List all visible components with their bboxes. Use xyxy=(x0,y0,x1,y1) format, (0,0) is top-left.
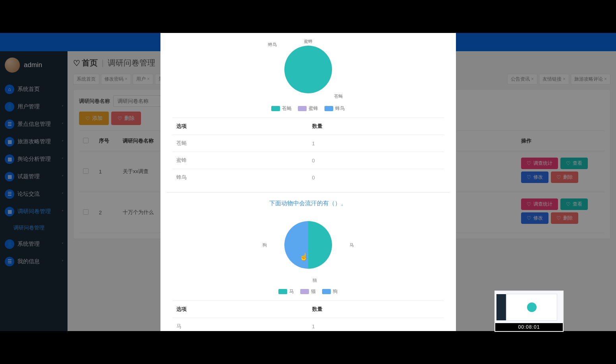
pie-chart-1: 蜜蜂 蜂鸟 苍蝇 xyxy=(263,38,354,93)
swatch-lavender xyxy=(300,289,309,294)
preview-timestamp: 00:08:01 xyxy=(495,323,563,331)
col-count: 数量 xyxy=(308,118,444,135)
chart-table-1: 选项 数量 苍蝇1 蜜蜂0 蜂鸟0 xyxy=(172,117,444,186)
legend-2: 马 猫 狗 xyxy=(172,288,444,295)
legend-item[interactable]: 蜜蜂 xyxy=(298,105,318,112)
pie-label-left: 狗 xyxy=(263,242,267,248)
video-preview: 00:08:01 xyxy=(494,291,564,332)
swatch-teal xyxy=(271,106,280,111)
legend-item[interactable]: 猫 xyxy=(300,288,316,295)
pie-label-left: 蜂鸟 xyxy=(268,42,277,48)
pie-label-right: 马 xyxy=(350,242,354,248)
swatch-blue xyxy=(324,106,333,111)
preview-thumbnail xyxy=(506,294,557,321)
legend-1: 苍蝇 蜜蜂 蜂鸟 xyxy=(172,105,444,112)
col-count: 数量 xyxy=(308,301,444,318)
legend-item[interactable]: 蜂鸟 xyxy=(324,105,345,112)
app-root: admin ⌂系统首页 👤用户管理˅ ☰景点信息管理˅ ▦旅游攻略管理˅ ▦舆论… xyxy=(0,33,616,331)
legend-item[interactable]: 狗 xyxy=(322,288,338,295)
pie-label-bottom: 猫 xyxy=(313,277,317,283)
divider xyxy=(167,192,450,193)
swatch-teal xyxy=(278,289,287,294)
chart-title-2: 下面动物中会流汗的有（）。 xyxy=(172,200,444,207)
pie-label-top: 蜜蜂 xyxy=(304,39,313,44)
col-option: 选项 xyxy=(172,118,308,135)
legend-item[interactable]: 马 xyxy=(278,288,294,295)
swatch-lavender xyxy=(298,106,307,111)
pie-label-right: 苍蝇 xyxy=(334,93,343,99)
col-option: 选项 xyxy=(172,301,308,318)
stats-modal: 蜜蜂 蜂鸟 苍蝇 苍蝇 蜜蜂 蜂鸟 选项 数量 xyxy=(160,33,456,331)
modal-overlay[interactable]: 蜜蜂 蜂鸟 苍蝇 苍蝇 蜜蜂 蜂鸟 选项 数量 xyxy=(0,33,616,331)
chart-block-2: 下面动物中会流汗的有（）。 狗 马 猫 马 猫 狗 xyxy=(172,200,444,331)
pie-chart-2: 狗 马 猫 xyxy=(263,211,354,279)
chart-block-1: 蜜蜂 蜂鸟 苍蝇 苍蝇 蜜蜂 蜂鸟 选项 数量 xyxy=(172,38,444,186)
legend-item[interactable]: 苍蝇 xyxy=(271,105,292,112)
preview-body xyxy=(495,291,563,323)
swatch-blue xyxy=(322,289,331,294)
chart-table-2: 选项 数量 马1 猫0 xyxy=(172,300,444,331)
